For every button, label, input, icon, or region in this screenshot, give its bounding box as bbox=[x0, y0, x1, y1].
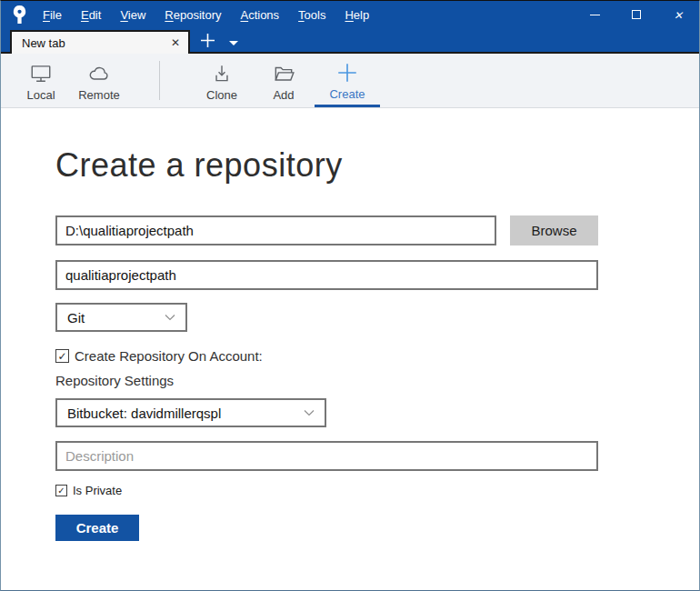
toolbar-divider bbox=[159, 61, 160, 100]
account-select[interactable]: Bitbucket: davidmillerqspl bbox=[55, 398, 326, 427]
toolbar-clone-label: Clone bbox=[206, 88, 237, 102]
tab-bar: New tab bbox=[1, 28, 699, 52]
page-title: Create a repository bbox=[55, 146, 699, 185]
toolbar-remote-label: Remote bbox=[78, 88, 120, 102]
minimize-icon[interactable] bbox=[574, 1, 615, 28]
toolbar-create-label: Create bbox=[329, 87, 365, 101]
toolbar-remote-button[interactable]: Remote bbox=[70, 54, 128, 107]
download-icon bbox=[210, 62, 234, 85]
create-on-account-checkbox[interactable]: Create Repository On Account: bbox=[55, 348, 699, 364]
toolbar: Local Remote Clone Add Create bbox=[1, 54, 699, 108]
title-bar: File Edit View Repository Actions Tools … bbox=[1, 1, 699, 28]
toolbar-add-label: Add bbox=[273, 88, 294, 102]
account-selected-value: Bitbucket: davidmillerqspl bbox=[67, 406, 221, 421]
tab-new-tab[interactable]: New tab bbox=[10, 30, 190, 54]
menu-edit[interactable]: Edit bbox=[79, 6, 103, 24]
repository-settings-label: Repository Settings bbox=[55, 373, 699, 388]
menu-bar: File Edit View Repository Actions Tools … bbox=[41, 6, 371, 24]
app-window: File Edit View Repository Actions Tools … bbox=[0, 0, 700, 591]
toolbar-local-label: Local bbox=[26, 88, 55, 102]
chevron-down-icon bbox=[304, 409, 315, 416]
plus-icon bbox=[200, 33, 215, 48]
create-on-account-label: Create Repository On Account: bbox=[75, 348, 263, 364]
description-input[interactable] bbox=[55, 441, 598, 471]
folder-icon bbox=[272, 62, 295, 85]
repo-type-select[interactable]: Git bbox=[55, 303, 187, 332]
checkbox-icon[interactable] bbox=[55, 349, 69, 363]
sourcetree-logo-icon bbox=[12, 5, 27, 25]
is-private-label: Is Private bbox=[73, 484, 122, 497]
create-button[interactable]: Create bbox=[55, 515, 139, 541]
toolbar-clone-button[interactable]: Clone bbox=[191, 54, 253, 107]
chevron-down-icon bbox=[165, 314, 175, 321]
cloud-icon bbox=[87, 62, 111, 85]
menu-help[interactable]: Help bbox=[343, 6, 371, 24]
repo-type-selected-value: Git bbox=[67, 310, 85, 326]
monitor-icon bbox=[29, 62, 53, 85]
new-tab-button[interactable] bbox=[200, 33, 215, 48]
toolbar-local-button[interactable]: Local bbox=[12, 54, 70, 107]
tab-list-dropdown-icon[interactable] bbox=[229, 41, 238, 45]
window-controls bbox=[574, 1, 699, 28]
repository-name-input[interactable] bbox=[55, 260, 598, 290]
toolbar-add-button[interactable]: Add bbox=[253, 54, 315, 107]
menu-view[interactable]: View bbox=[118, 6, 147, 24]
plus-icon bbox=[335, 61, 359, 85]
menu-file[interactable]: File bbox=[41, 6, 64, 24]
menu-tools[interactable]: Tools bbox=[296, 6, 327, 24]
is-private-checkbox[interactable]: Is Private bbox=[55, 484, 699, 497]
toolbar-create-button[interactable]: Create bbox=[315, 54, 380, 107]
checkbox-icon[interactable] bbox=[55, 485, 67, 496]
tab-label: New tab bbox=[22, 36, 65, 50]
destination-path-input[interactable] bbox=[55, 215, 496, 245]
maximize-icon[interactable] bbox=[615, 1, 657, 28]
browse-button[interactable]: Browse bbox=[510, 215, 598, 245]
create-repository-page: Create a repository Browse Git Create Re… bbox=[1, 108, 699, 590]
close-icon[interactable] bbox=[657, 1, 699, 28]
menu-actions[interactable]: Actions bbox=[238, 6, 281, 24]
close-tab-icon[interactable] bbox=[171, 36, 180, 49]
menu-repository[interactable]: Repository bbox=[163, 6, 223, 24]
